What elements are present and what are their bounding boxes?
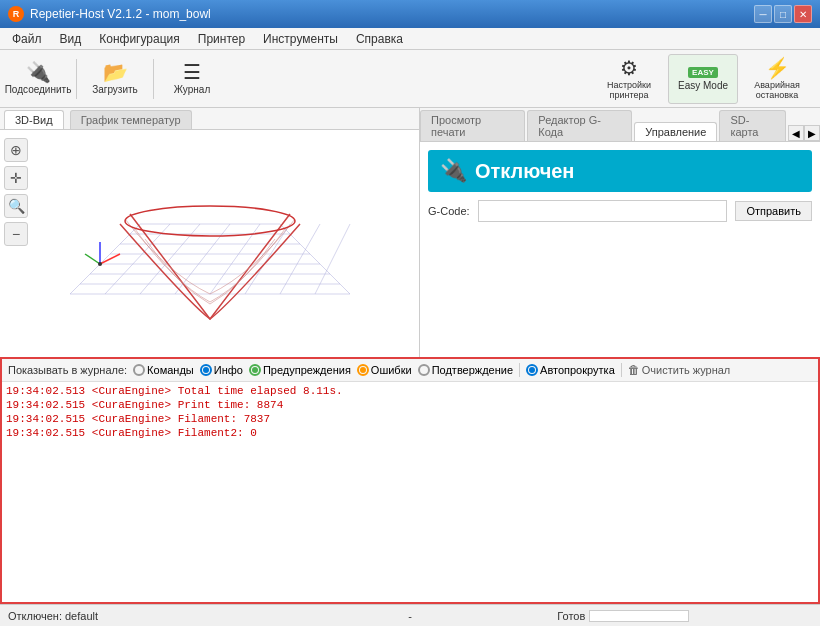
toolbar-separator-2 (153, 59, 154, 99)
status-bar: Отключен: default - Готов (0, 604, 820, 626)
load-icon: 📂 (103, 62, 128, 82)
window-controls: ─ □ ✕ (754, 5, 812, 23)
journal-label: Журнал (174, 84, 211, 95)
main-wrapper: 3D-Вид График температур ⊕ ✛ 🔍 − (0, 108, 820, 604)
title-bar: R Repetier-Host V2.1.2 - mom_bowl ─ □ ✕ (0, 0, 820, 28)
left-tab-bar: 3D-Вид График температур (0, 108, 419, 130)
cursor-button[interactable]: ⊕ (4, 138, 28, 162)
autoscroll-circle (526, 364, 538, 376)
clear-label: Очистить журнал (642, 364, 731, 376)
status-panel: 🔌 Отключен G-Code: Отправить (420, 142, 820, 357)
move-button[interactable]: ✛ (4, 166, 28, 190)
disconnected-bar: 🔌 Отключен (428, 150, 812, 192)
emergency-label: Аварийная остановка (743, 80, 811, 100)
radio-info[interactable]: Инфо (200, 364, 243, 376)
maximize-button[interactable]: □ (774, 5, 792, 23)
easy-mode-label: Easy Mode (678, 80, 728, 91)
tab-prev-button[interactable]: ◀ (788, 125, 804, 141)
connect-label: Подсоединить (5, 84, 72, 95)
tab-gcode-editor[interactable]: Редактор G-Кода (527, 110, 632, 141)
gcode-row: G-Code: Отправить (428, 200, 812, 222)
log-line: 19:34:02.513 <CuraEngine> Total time ela… (6, 384, 814, 398)
radio-commands-label: Команды (147, 364, 194, 376)
radio-warnings-label: Предупреждения (263, 364, 351, 376)
radio-commands[interactable]: Команды (133, 364, 194, 376)
connect-button[interactable]: 🔌 Подсоединить (8, 54, 68, 104)
log-divider-2 (621, 363, 622, 377)
tab-temperature[interactable]: График температур (70, 110, 192, 129)
log-line: 19:34:02.515 <CuraEngine> Print time: 88… (6, 398, 814, 412)
radio-errors[interactable]: Ошибки (357, 364, 412, 376)
right-tab-bar: Просмотр печати Редактор G-Кода Управлен… (420, 108, 820, 142)
status-center: - (283, 610, 538, 622)
svg-point-21 (98, 262, 102, 266)
window-title: Repetier-Host V2.1.2 - mom_bowl (30, 7, 211, 21)
svg-point-17 (125, 206, 295, 236)
svg-line-19 (85, 254, 100, 264)
menu-view[interactable]: Вид (52, 30, 90, 48)
menu-file[interactable]: Файл (4, 30, 50, 48)
settings-icon: ⚙ (620, 58, 638, 78)
gcode-label: G-Code: (428, 205, 470, 217)
journal-button[interactable]: ☰ Журнал (162, 54, 222, 104)
tab-print-preview[interactable]: Просмотр печати (420, 110, 525, 141)
clear-log-button[interactable]: 🗑 Очистить журнал (628, 363, 731, 377)
minus-button[interactable]: − (4, 222, 28, 246)
tab-nav: ◀ ▶ (788, 125, 820, 141)
radio-errors-label: Ошибки (371, 364, 412, 376)
tab-sd[interactable]: SD-карта (719, 110, 786, 141)
left-panel: 3D-Вид График температур ⊕ ✛ 🔍 − (0, 108, 420, 357)
bowl-3d-svg (40, 164, 380, 324)
tab-control[interactable]: Управление (634, 122, 717, 141)
radio-commands-circle (133, 364, 145, 376)
svg-line-15 (315, 224, 350, 294)
radio-confirm[interactable]: Подтверждение (418, 364, 513, 376)
easy-badge: EASY (688, 67, 718, 78)
right-panel: Просмотр печати Редактор G-Кода Управлен… (420, 108, 820, 357)
load-label: Загрузить (92, 84, 138, 95)
gcode-send-button[interactable]: Отправить (735, 201, 812, 221)
svg-line-18 (100, 254, 120, 264)
autoscroll-label: Автопрокрутка (540, 364, 615, 376)
emergency-stop-button[interactable]: ⚡ Аварийная остановка (742, 54, 812, 104)
status-left: Отключен: default (8, 610, 263, 622)
journal-icon: ☰ (183, 62, 201, 82)
log-show-label: Показывать в журнале: (8, 364, 127, 376)
toolbar-separator-1 (76, 59, 77, 99)
easy-mode-button[interactable]: EASY Easy Mode (668, 54, 738, 104)
disconnect-icon: 🔌 (440, 158, 467, 184)
close-button[interactable]: ✕ (794, 5, 812, 23)
emergency-icon: ⚡ (765, 58, 790, 78)
3d-viewport: ⊕ ✛ 🔍 − (0, 130, 419, 357)
svg-line-14 (280, 224, 320, 294)
app-icon: R (8, 6, 24, 22)
zoom-button[interactable]: 🔍 (4, 194, 28, 218)
trash-icon: 🗑 (628, 363, 640, 377)
status-ready-text: Готов (557, 610, 585, 622)
connect-icon: 🔌 (26, 62, 51, 82)
menu-help[interactable]: Справка (348, 30, 411, 48)
gcode-input[interactable] (478, 200, 728, 222)
tab-3d-view[interactable]: 3D-Вид (4, 110, 64, 129)
log-line: 19:34:02.515 <CuraEngine> Filament2: 0 (6, 426, 814, 440)
radio-info-circle (200, 364, 212, 376)
progress-bar (589, 610, 689, 622)
radio-confirm-label: Подтверждение (432, 364, 513, 376)
menu-printer[interactable]: Принтер (190, 30, 253, 48)
panels-row: 3D-Вид График температур ⊕ ✛ 🔍 − (0, 108, 820, 357)
printer-settings-button[interactable]: ⚙ Настройки принтера (594, 54, 664, 104)
radio-errors-circle (357, 364, 369, 376)
radio-confirm-circle (418, 364, 430, 376)
menu-bar: Файл Вид Конфигурация Принтер Инструмент… (0, 28, 820, 50)
menu-tools[interactable]: Инструменты (255, 30, 346, 48)
tab-next-button[interactable]: ▶ (804, 125, 820, 141)
autoscroll-button[interactable]: Автопрокрутка (526, 364, 615, 376)
radio-warnings-circle (249, 364, 261, 376)
minimize-button[interactable]: ─ (754, 5, 772, 23)
view-toolbar: ⊕ ✛ 🔍 − (4, 138, 28, 246)
disconnected-text: Отключен (475, 160, 574, 183)
menu-config[interactable]: Конфигурация (91, 30, 188, 48)
load-button[interactable]: 📂 Загрузить (85, 54, 145, 104)
radio-warnings[interactable]: Предупреждения (249, 364, 351, 376)
log-divider (519, 363, 520, 377)
